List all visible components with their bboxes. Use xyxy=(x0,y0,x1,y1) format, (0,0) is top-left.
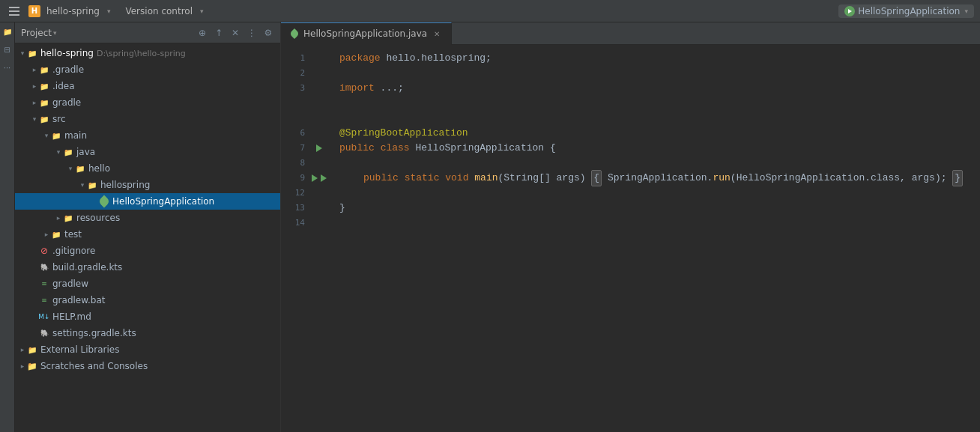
code-line-2 xyxy=(339,66,968,81)
chevron-main xyxy=(42,131,51,140)
tree-item-gradle[interactable]: 📁 gradle xyxy=(15,94,280,111)
line-num-13: 13 xyxy=(281,201,311,216)
folder-icon-hello: 📁 xyxy=(75,163,85,174)
chevron-gradle xyxy=(30,98,39,107)
run-method-icon-2[interactable] xyxy=(320,174,327,183)
tree-item-help-md[interactable]: M↓ HELP.md xyxy=(15,308,280,325)
folder-icon-gradle-hidden: 📁 xyxy=(39,64,49,75)
folder-icon-resources: 📁 xyxy=(63,213,73,223)
code-editor: 1 2 3 6 7 8 9 12 13 14 xyxy=(281,45,980,432)
file-icon-gradlew: ≡ xyxy=(39,279,49,289)
tree-label-hello: hello xyxy=(88,163,110,174)
tree-item-src[interactable]: 📁 src xyxy=(15,111,280,127)
tree-item-test[interactable]: 📁 test xyxy=(15,226,280,243)
tree-label-help-md: HELP.md xyxy=(52,311,91,322)
tree-label-settings-gradle: settings.gradle.kts xyxy=(52,328,136,338)
tree-label-scratches: Scratches and Consoles xyxy=(40,361,148,371)
main-area: 📁 ⊟ ··· Project ▾ ⊕ ↑ ✕ ⋮ ⚙ 📁 hello-spri… xyxy=(0,22,980,432)
folder-icon-main: 📁 xyxy=(51,130,61,141)
chevron-src xyxy=(30,115,39,124)
project-panel-dropdown-icon[interactable]: ▾ xyxy=(53,29,57,37)
project-close-icon[interactable]: ✕ xyxy=(229,27,241,39)
project-panel-title: Project xyxy=(21,28,52,38)
tree-item-scratches[interactable]: 📁 Scratches and Consoles xyxy=(15,358,280,374)
code-line-4 xyxy=(339,96,968,111)
code-line-9: public static void main(String[] args) {… xyxy=(339,171,968,186)
run-config-dropdown-icon: ▾ xyxy=(964,7,968,15)
run-config-icon xyxy=(844,6,855,16)
tree-item-main[interactable]: 📁 main xyxy=(15,127,280,144)
tree-item-gitignore[interactable]: ⊘ .gitignore xyxy=(15,243,280,259)
tab-close-hello-spring-app[interactable]: ✕ xyxy=(432,28,442,39)
sidebar-icon-structure[interactable]: ⊟ xyxy=(1,43,13,55)
tree-label-test: test xyxy=(64,229,82,240)
git-icon-gitignore: ⊘ xyxy=(39,246,49,256)
project-settings-icon[interactable]: ⋮ xyxy=(246,27,258,39)
folder-icon-src: 📁 xyxy=(39,114,49,124)
tree-label-java-folder: java xyxy=(76,147,95,157)
tree-item-resources[interactable]: 📁 resources xyxy=(15,210,280,226)
chevron-root xyxy=(18,49,27,58)
project-header-icons: ⊕ ↑ ✕ ⋮ ⚙ xyxy=(196,27,274,39)
code-content[interactable]: package hello.hellospring; import ...; @… xyxy=(327,45,980,432)
tree-label-resources: resources xyxy=(76,213,120,223)
run-method-icon[interactable] xyxy=(311,174,318,183)
tree-item-external-libraries[interactable]: 📁 External Libraries xyxy=(15,341,280,358)
folder-icon-hellospring: 📁 xyxy=(87,180,97,190)
tree-item-gradlew-bat[interactable]: ≡ gradlew.bat xyxy=(15,292,280,308)
tree-item-root[interactable]: 📁 hello-spring D:\spring\hello-spring xyxy=(15,45,280,61)
line-num-2: 2 xyxy=(281,66,311,81)
project-panel: Project ▾ ⊕ ↑ ✕ ⋮ ⚙ 📁 hello-spring D:\sp… xyxy=(15,22,281,432)
gradle-icon-settings: 🐘 xyxy=(39,328,49,338)
tab-hello-spring-app[interactable]: HelloSpringApplication.java ✕ xyxy=(281,22,452,45)
project-up-icon[interactable]: ↑ xyxy=(213,27,225,39)
tree-item-hellospring[interactable]: 📁 hellospring xyxy=(15,177,280,193)
tree-label-idea: .idea xyxy=(52,81,75,91)
tree-item-settings-gradle[interactable]: 🐘 settings.gradle.kts xyxy=(15,325,280,341)
line-num-7: 7 xyxy=(281,141,311,156)
tree-item-java-folder[interactable]: 📁 java xyxy=(15,144,280,160)
tree-item-hello[interactable]: 📁 hello xyxy=(15,160,280,177)
gutter-14 xyxy=(311,216,327,231)
folder-icon-gradle: 📁 xyxy=(39,97,49,108)
gutter-6 xyxy=(311,126,327,141)
title-bar-right: HelloSpringApplication ▾ xyxy=(838,4,974,18)
tree-item-build-gradle[interactable]: 🐘 build.gradle.kts xyxy=(15,259,280,276)
project-header: Project ▾ ⊕ ↑ ✕ ⋮ ⚙ xyxy=(15,22,280,43)
gutter-9-run[interactable] xyxy=(311,171,327,186)
title-bar-left: H hello-spring ▾ Version control ▾ xyxy=(6,4,204,19)
version-control-button[interactable]: Version control xyxy=(125,6,193,16)
run-class-icon[interactable] xyxy=(315,144,324,153)
gutter-3 xyxy=(311,81,327,96)
sidebar-icon-more[interactable]: ··· xyxy=(1,61,13,73)
hamburger-menu-icon[interactable] xyxy=(6,4,22,19)
tree-item-hello-spring-app[interactable]: HelloSpringApplication xyxy=(15,193,280,210)
file-icon-gradlew-bat: ≡ xyxy=(39,295,49,305)
tree-label-build-gradle: build.gradle.kts xyxy=(52,262,122,273)
tab-spring-icon xyxy=(290,29,299,38)
folder-icon-test: 📁 xyxy=(51,229,61,240)
project-name-label[interactable]: hello-spring xyxy=(46,6,100,16)
chevron-scratches xyxy=(18,362,27,371)
code-line-8 xyxy=(339,156,968,171)
gutter-12 xyxy=(311,186,327,201)
run-config-button[interactable]: HelloSpringApplication ▾ xyxy=(838,4,974,18)
line-num-1: 1 xyxy=(281,51,311,66)
gradle-icon-build: 🐘 xyxy=(39,262,49,273)
tab-label-hello-spring-app: HelloSpringApplication.java xyxy=(303,28,427,39)
tree-item-gradle-hidden[interactable]: 📁 .gradle xyxy=(15,61,280,78)
tree-label-gradlew: gradlew xyxy=(52,279,88,289)
version-control-dropdown-icon[interactable]: ▾ xyxy=(200,7,204,15)
line-num-5 xyxy=(281,111,311,126)
gutter-7-run[interactable] xyxy=(311,141,327,156)
project-dropdown-icon[interactable]: ▾ xyxy=(107,7,111,15)
tree-item-idea[interactable]: 📁 .idea xyxy=(15,78,280,94)
tree-label-external-libraries: External Libraries xyxy=(40,344,119,355)
project-gear-icon[interactable]: ⚙ xyxy=(262,27,274,39)
code-line-3: import ...; xyxy=(339,81,968,96)
line-num-14: 14 xyxy=(281,216,311,231)
sidebar-icon-folder[interactable]: 📁 xyxy=(1,25,13,37)
tree-item-gradlew[interactable]: ≡ gradlew xyxy=(15,276,280,292)
gutter-5 xyxy=(311,111,327,126)
project-add-icon[interactable]: ⊕ xyxy=(196,27,208,39)
